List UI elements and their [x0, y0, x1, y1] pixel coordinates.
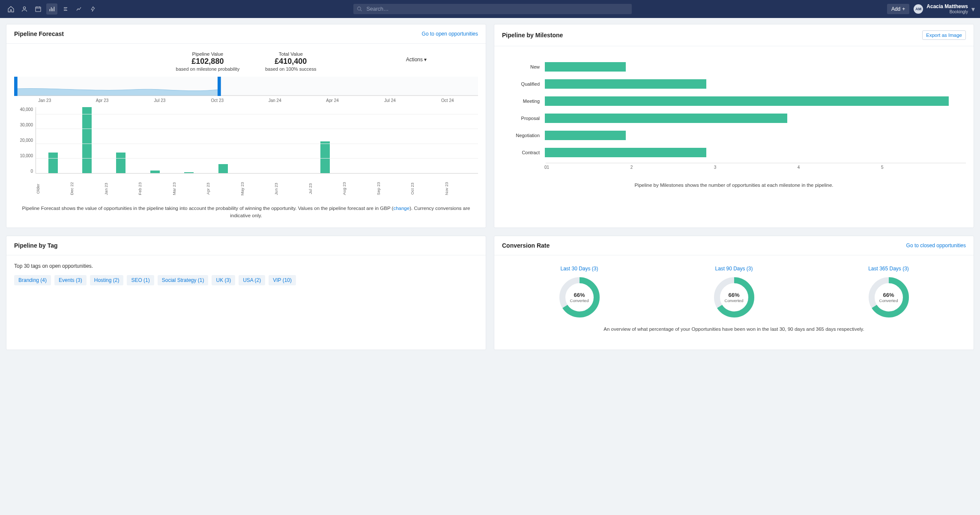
hbar-row: New — [506, 58, 949, 75]
bar[interactable] — [82, 107, 92, 173]
hbar-fill[interactable] — [545, 131, 626, 140]
tags-intro: Top 30 tags on open opportunities. — [14, 263, 478, 269]
kpi-sub: based on 100% success — [265, 66, 316, 72]
donut-chart: 66%Converted — [558, 276, 601, 319]
conversion-period: Last 365 Days (3)66%Converted — [867, 266, 910, 319]
bar-slot — [444, 107, 478, 173]
card-conversion-rate: Conversion Rate Go to closed opportuniti… — [494, 236, 974, 350]
bar-slot — [308, 107, 342, 173]
chevron-down-icon: ▾ — [424, 57, 427, 63]
person-icon[interactable] — [19, 3, 30, 15]
line-chart-icon[interactable] — [74, 3, 85, 15]
tag-chip[interactable]: Branding (4) — [14, 275, 51, 285]
bar-slot — [376, 107, 410, 173]
conversion-period-link[interactable]: Last 365 Days (3) — [867, 266, 910, 272]
conversion-period-link[interactable]: Last 30 Days (3) — [558, 266, 601, 272]
home-icon[interactable] — [5, 3, 16, 15]
card-title: Conversion Rate — [502, 242, 550, 249]
card-title: Pipeline by Tag — [14, 242, 58, 249]
kpi-sub: based on milestone probability — [176, 66, 240, 72]
bar-slot — [70, 107, 104, 173]
avatar: AM — [914, 4, 923, 14]
hbar-fill[interactable] — [545, 114, 787, 123]
tag-chip[interactable]: Social Strategy (1) — [158, 275, 209, 285]
bolt-icon[interactable] — [87, 3, 99, 15]
card-title: Pipeline by Milestone — [502, 32, 563, 39]
conversion-period-link[interactable]: Last 90 Days (3) — [713, 266, 756, 272]
hbar-row: Meeting — [506, 93, 949, 110]
hbar-fill[interactable] — [545, 96, 949, 106]
hbar-fill[interactable] — [545, 79, 706, 89]
tag-chip[interactable]: USA (2) — [239, 275, 265, 285]
bar-slot — [172, 107, 206, 173]
donut-sub: Converted — [725, 298, 744, 303]
hbar-fill[interactable] — [545, 62, 626, 72]
export-as-image-button[interactable]: Export as Image — [922, 30, 966, 40]
nav-icons-group — [5, 3, 99, 15]
tag-chip[interactable]: Events (3) — [54, 275, 87, 285]
forecast-description: Pipeline Forecast shows the value of opp… — [14, 205, 478, 220]
hbar-label: Negotiation — [506, 133, 545, 138]
forecast-range-selector[interactable] — [14, 77, 478, 96]
plus-icon: + — [902, 6, 905, 12]
card-pipeline-forecast: Pipeline Forecast Go to open opportuniti… — [6, 24, 486, 228]
card-pipeline-by-tag: Pipeline by Tag Top 30 tags on open oppo… — [6, 236, 486, 350]
calendar-icon[interactable] — [33, 3, 44, 15]
open-opportunities-link[interactable]: Go to open opportunities — [422, 31, 478, 37]
hbar-fill[interactable] — [545, 148, 706, 157]
tag-chip[interactable]: UK (3) — [212, 275, 235, 285]
donut-sub: Converted — [570, 298, 589, 303]
milestone-bar-chart: NewQualifiedMeetingProposalNegotiationCo… — [502, 54, 966, 161]
hbar-row: Qualified — [506, 75, 949, 93]
bar[interactable] — [184, 172, 194, 173]
hbar-label: Proposal — [506, 116, 545, 121]
kpi-label: Pipeline Value — [176, 51, 240, 57]
hbar-row: Contract — [506, 144, 949, 161]
svg-point-0 — [23, 7, 25, 9]
tag-chip[interactable]: VIP (10) — [269, 275, 296, 285]
actions-label: Actions — [406, 57, 423, 63]
donut-percent: 66% — [728, 292, 739, 298]
list-icon[interactable] — [60, 3, 71, 15]
add-button[interactable]: Add+ — [887, 4, 909, 14]
forecast-x-labels: OlderDec 22Jan 23Feb 23Mar 23Apr 23May 2… — [36, 182, 478, 198]
kpi-pipeline-value: Pipeline Value £102,880 based on milesto… — [176, 51, 240, 72]
conversion-description: An overview of what percentage of your O… — [502, 326, 966, 333]
tag-chip[interactable]: Hosting (2) — [90, 275, 124, 285]
user-menu[interactable]: AM Acacia Matthews Bookingly ▾ — [914, 4, 975, 14]
bar-slot — [410, 107, 444, 173]
hbar-label: Qualified — [506, 81, 545, 87]
closed-opportunities-link[interactable]: Go to closed opportunities — [906, 243, 966, 249]
bar[interactable] — [218, 164, 228, 173]
bar-slot — [138, 107, 172, 173]
conversion-donuts: Last 30 Days (3)66%ConvertedLast 90 Days… — [502, 266, 966, 319]
card-title: Pipeline Forecast — [14, 30, 64, 37]
kpi-value: £102,880 — [176, 57, 240, 66]
svg-rect-5 — [14, 77, 18, 96]
bar-slot — [342, 107, 376, 173]
change-currency-link[interactable]: change — [393, 206, 409, 211]
top-navigation-bar: Add+ AM Acacia Matthews Bookingly ▾ — [0, 0, 980, 18]
conversion-period: Last 90 Days (3)66%Converted — [713, 266, 756, 319]
user-name: Acacia Matthews — [926, 4, 968, 9]
bar-slot — [206, 107, 240, 173]
tags-list: Branding (4)Events (3)Hosting (2)SEO (1)… — [14, 275, 478, 285]
bar[interactable] — [150, 171, 160, 173]
card-pipeline-by-milestone: Pipeline by Milestone Export as Image Ne… — [494, 24, 974, 228]
actions-dropdown[interactable]: Actions ▾ — [406, 57, 427, 63]
donut-chart: 66%Converted — [867, 276, 910, 319]
hbar-label: Contract — [506, 150, 545, 155]
donut-percent: 66% — [574, 292, 585, 298]
search-input[interactable] — [353, 4, 632, 14]
bar-slot — [36, 107, 70, 173]
bar[interactable] — [116, 153, 125, 173]
kpi-label: Total Value — [265, 51, 316, 57]
bar[interactable] — [320, 141, 330, 173]
add-button-label: Add — [891, 6, 900, 12]
kpi-total-value: Total Value £410,400 based on 100% succe… — [265, 51, 316, 72]
milestone-x-axis: 012345 — [546, 163, 966, 170]
milestone-description: Pipeline by Milestones shows the number … — [502, 182, 966, 189]
tag-chip[interactable]: SEO (1) — [127, 275, 154, 285]
bar-chart-icon[interactable] — [46, 3, 57, 15]
bar[interactable] — [48, 153, 58, 173]
